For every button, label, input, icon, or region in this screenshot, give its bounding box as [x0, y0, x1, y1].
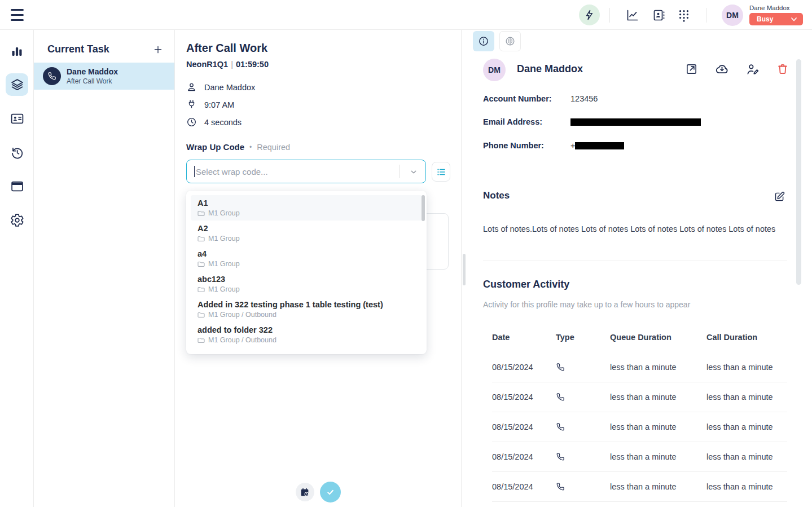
wrap-code-select-input[interactable]: Select wrap code... [186, 160, 426, 183]
topbar-right-cluster: DM Dane Maddox Busy [579, 0, 803, 30]
notes-title: Notes [483, 190, 510, 201]
account-number-label: Account Number: [483, 94, 570, 103]
phone-call-icon [556, 482, 610, 492]
task-status: After Call Work [67, 77, 118, 85]
wrap-code-option[interactable]: A2 M1 Group [191, 221, 422, 246]
queue-duration: less than a minute [610, 393, 706, 402]
open-external-icon[interactable] [685, 63, 698, 76]
phone-call-icon [556, 393, 610, 402]
edit-contact-icon[interactable] [746, 63, 760, 76]
add-task-button[interactable] [153, 45, 163, 55]
task-contact-name: Dane Maddox [67, 67, 118, 76]
activity-date: 08/15/2024 [492, 363, 556, 372]
wrap-code-placeholder: Select wrap code... [196, 167, 268, 177]
queue-duration: less than a minute [610, 363, 706, 372]
email-address-label: Email Address: [483, 117, 570, 126]
list-icon [436, 167, 446, 177]
folder-icon [197, 286, 205, 293]
call-duration: less than a minute [706, 393, 787, 402]
schedule-callback-button[interactable] [296, 483, 314, 501]
activity-date: 08/15/2024 [492, 393, 556, 402]
contact-name-row: Dane Maddox [186, 82, 255, 92]
left-nav-rail [0, 30, 34, 507]
current-task-panel: Current Task Dane Maddox After Call Work [34, 30, 175, 507]
wrap-code-option[interactable]: abc123 M1 Group [191, 271, 422, 297]
phone-number-row: Phone Number: + [483, 141, 624, 150]
top-bar: DM Dane Maddox Busy [0, 0, 812, 30]
chevron-down-icon [791, 17, 797, 22]
table-header-row: Date Type Queue Duration Call Duration [492, 321, 787, 352]
wrap-code-option[interactable]: a4 M1 Group [191, 246, 422, 271]
table-row[interactable]: 08/15/2024 less than a minute less than … [492, 352, 787, 382]
task-action-buttons [175, 482, 461, 502]
task-list-item[interactable]: Dane Maddox After Call Work [34, 63, 174, 90]
plug-icon [186, 99, 197, 110]
wrap-code-option[interactable]: Added in 322 testing phase 1 table testi… [191, 297, 422, 322]
table-row[interactable]: 08/15/2024 less than a minute less than … [492, 442, 787, 472]
panel-title: After Call Work [186, 42, 267, 55]
topbar-divider [609, 8, 610, 23]
column-header-queue-duration: Queue Duration [610, 333, 706, 342]
nav-settings-gear-icon[interactable] [6, 209, 28, 231]
user-status-box: Dane Maddox Busy [749, 5, 803, 25]
phone-number-value: + [570, 141, 624, 150]
phone-call-icon [556, 452, 610, 462]
right-panel-scrollbar[interactable] [796, 59, 801, 285]
main-panel-scrollbar[interactable] [463, 254, 466, 285]
download-cloud-icon[interactable] [715, 62, 729, 76]
table-row[interactable]: 08/15/2024 less than a minute less than … [492, 382, 787, 412]
quick-actions-button[interactable] [579, 5, 600, 25]
contact-name: Dane Maddox [517, 63, 583, 75]
activity-date: 08/15/2024 [492, 422, 556, 431]
brain-icon [504, 36, 516, 47]
duration-row: 4 seconds [186, 117, 242, 127]
redaction-bar [575, 142, 624, 149]
status-dropdown-button[interactable]: Busy [749, 13, 803, 25]
column-header-type: Type [556, 333, 610, 342]
contacts-book-icon[interactable] [652, 8, 665, 22]
contact-action-icons [685, 62, 789, 76]
dialpad-icon[interactable] [678, 8, 690, 22]
tab-ai-insights[interactable] [499, 31, 521, 51]
notes-content: Lots of notes.Lots of notes Lots of note… [483, 223, 791, 235]
required-label: Required [257, 143, 290, 152]
nav-contacts-icon[interactable] [6, 107, 28, 130]
table-row[interactable]: 08/15/2024 less than a minute less than … [492, 472, 787, 502]
folder-icon [197, 311, 205, 319]
delete-contact-trash-icon[interactable] [776, 63, 789, 76]
nav-analytics-icon[interactable] [6, 41, 28, 63]
complete-task-button[interactable] [320, 482, 341, 502]
required-bullet: • [249, 143, 252, 151]
nav-history-icon[interactable] [6, 141, 28, 164]
duration-value: 4 seconds [204, 118, 242, 127]
hamburger-menu-icon[interactable] [11, 9, 24, 21]
start-time-row: 9:07 AM [186, 99, 234, 110]
account-number-row: Account Number: 123456 [483, 94, 598, 103]
tab-contact-info[interactable] [473, 31, 494, 51]
reporting-chart-icon[interactable] [626, 8, 639, 22]
browse-wrap-codes-button[interactable] [432, 162, 450, 182]
topbar-divider [706, 8, 706, 23]
status-label: Busy [757, 15, 773, 23]
lightning-icon [583, 9, 595, 21]
edit-notes-icon[interactable] [774, 191, 785, 202]
select-divider [399, 165, 400, 178]
dropdown-scrollbar[interactable] [422, 195, 425, 221]
contact-avatar: DM [483, 59, 506, 81]
wrap-code-option[interactable]: A1 M1 Group [191, 195, 422, 221]
activity-date: 08/15/2024 [492, 452, 556, 461]
wrap-code-option[interactable]: added to folder 322 M1 Group / Outbound [191, 322, 422, 347]
email-address-value [570, 118, 701, 126]
nav-browser-icon[interactable] [6, 175, 28, 197]
phone-call-icon [556, 422, 610, 432]
user-avatar[interactable]: DM [722, 5, 743, 26]
column-header-call-duration: Call Duration [706, 333, 787, 342]
info-circle-icon [478, 36, 489, 47]
nav-tasks-icon[interactable] [6, 73, 28, 96]
chevron-down-icon[interactable] [410, 168, 418, 176]
call-duration: less than a minute [706, 363, 787, 372]
account-number-value: 123456 [570, 94, 598, 103]
contact-details-panel: DM Dane Maddox Account Number: 123456 Em… [462, 30, 812, 507]
call-duration: less than a minute [706, 422, 787, 431]
table-row[interactable]: 08/15/2024 less than a minute less than … [492, 412, 787, 442]
